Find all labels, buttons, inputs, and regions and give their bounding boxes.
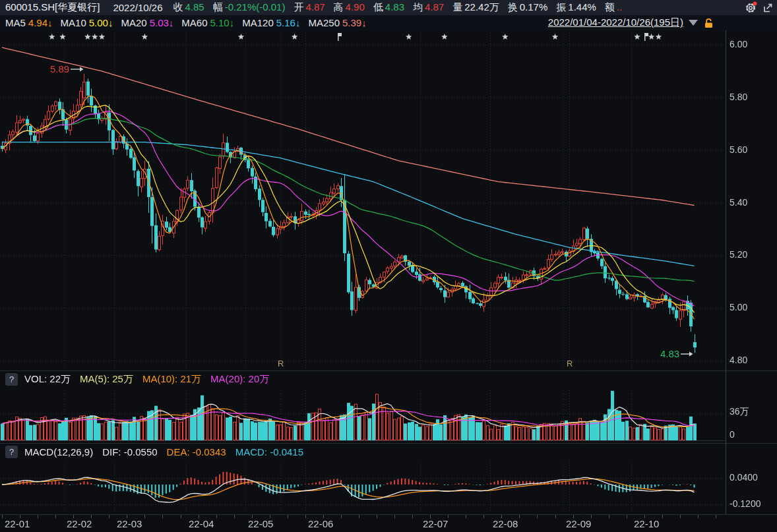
- quote-field: 收4.85: [173, 1, 204, 14]
- ma-legend-item: MA105.00↓: [61, 17, 113, 28]
- vol-ma10-value: MA(10): 21万: [142, 373, 201, 386]
- quote-field: 开4.87: [294, 1, 325, 14]
- dea-value: DEA: -0.0343: [167, 446, 226, 458]
- macd-help-icon[interactable]: ?: [5, 446, 18, 458]
- gear-icon[interactable]: [744, 1, 757, 15]
- quote-field: 高4.90: [334, 1, 365, 14]
- volume-help-icon[interactable]: ?: [5, 373, 18, 386]
- vol-value: VOL: 22万: [24, 373, 71, 386]
- header-icons: [744, 1, 777, 15]
- ma-legend-item: MA605.10↓: [181, 17, 234, 28]
- high-price-label: 5.89: [50, 63, 69, 74]
- arrow-right-icon: [71, 66, 84, 73]
- dropdown-triangle-icon[interactable]: [689, 20, 698, 26]
- low-price-annotation: 4.83: [660, 348, 693, 359]
- quote-field: 换0.17%: [508, 1, 548, 14]
- quote-field: 额..: [605, 1, 622, 14]
- stock-symbol: 600015.SH[华夏银行]: [5, 1, 100, 14]
- quote-field: 量22.42万: [452, 1, 499, 14]
- arrow-right-icon: [681, 351, 693, 357]
- quote-fields: 收4.85幅-0.21%(-0.01)开4.87高4.90低4.83均4.87量…: [173, 1, 631, 14]
- quote-field: 振1.44%: [556, 1, 596, 14]
- quote-field: 均4.87: [413, 1, 444, 14]
- date-range-text[interactable]: 2022/01/04-2022/10/26(195日): [548, 16, 683, 29]
- ma-legend-bar: MA54.94↓MA105.00↓MA205.03↓MA605.10↓MA120…: [0, 15, 777, 30]
- date-range-control: 2022/01/04-2022/10/26(195日): [548, 16, 714, 29]
- macd-value: MACD: -0.0415: [235, 446, 303, 458]
- low-price-label: 4.83: [660, 348, 679, 359]
- ma-legend-item: MA1205.16↓: [242, 17, 300, 28]
- quote-field: 幅-0.21%(-0.01): [213, 1, 286, 14]
- ma-legend-item: MA2505.39↓: [308, 17, 366, 28]
- ma-legend-item: MA54.94↓: [5, 17, 53, 28]
- vol-ma20-value: MA(20): 20万: [210, 373, 269, 386]
- header-bar: 600015.SH[华夏银行] 2022/10/26 收4.85幅-0.21%(…: [0, 0, 777, 15]
- macd-legend: ? MACD(12,26,9) DIF: -0.0550 DEA: -0.034…: [0, 444, 313, 460]
- high-price-annotation: 5.89: [50, 63, 84, 74]
- popup-window-icon[interactable]: [761, 1, 774, 15]
- ma-legend-item: MA205.03↓: [121, 17, 173, 28]
- dif-value: DIF: -0.0550: [102, 446, 157, 458]
- quote-field: 低4.83: [373, 1, 404, 14]
- quote-date: 2022/10/26: [113, 2, 162, 13]
- unlock-icon[interactable]: [703, 17, 714, 29]
- macd-title: MACD(12,26,9): [24, 446, 93, 458]
- vol-ma5-value: MA(5): 25万: [80, 373, 133, 386]
- kline-app: { "header": { "symbol": "600015.SH[华夏银行]…: [0, 0, 777, 532]
- volume-legend: ? VOL: 22万 MA(5): 25万 MA(10): 21万 MA(20)…: [0, 371, 278, 388]
- ma-legend-items: MA54.94↓MA105.00↓MA205.03↓MA605.10↓MA120…: [5, 17, 375, 28]
